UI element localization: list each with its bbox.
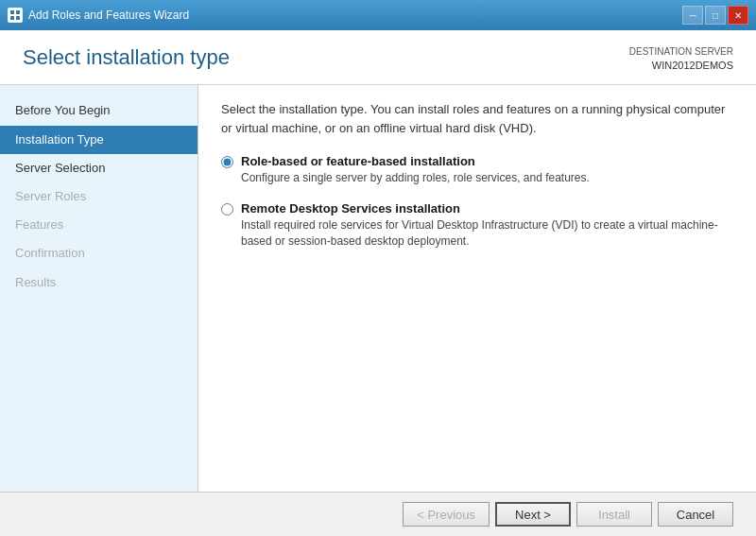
svg-rect-3 — [16, 16, 20, 20]
title-bar: Add Roles and Features Wizard ─ □ ✕ — [0, 0, 756, 30]
nav-item-server-roles: Server Roles — [0, 182, 198, 211]
description-text: Select the installation type. You can in… — [221, 100, 733, 137]
install-button[interactable]: Install — [576, 502, 652, 527]
radio-role-based-label[interactable]: Role-based or feature-based installation… — [241, 154, 590, 186]
option-role-based[interactable]: Role-based or feature-based installation… — [221, 154, 733, 186]
cancel-button[interactable]: Cancel — [658, 502, 733, 527]
wizard-header: Select installation type DESTINATION SER… — [0, 30, 756, 85]
wizard-content: Select the installation type. You can in… — [198, 85, 756, 492]
svg-rect-1 — [16, 10, 20, 14]
wizard-footer: < Previous Next > Install Cancel — [0, 492, 756, 536]
wizard: Select installation type DESTINATION SER… — [0, 30, 756, 536]
radio-remote-desktop-label[interactable]: Remote Desktop Services installation Ins… — [241, 201, 733, 250]
radio-remote-desktop-title: Remote Desktop Services installation — [241, 201, 733, 216]
nav-item-server-selection[interactable]: Server Selection — [0, 154, 198, 182]
installation-type-options: Role-based or feature-based installation… — [221, 154, 733, 249]
destination-server-info: DESTINATION SERVER WIN2012DEMOS — [629, 45, 733, 73]
destination-label: DESTINATION SERVER — [629, 45, 733, 59]
page-title: Select installation type — [23, 45, 230, 70]
radio-remote-desktop-desc: Install required role services for Virtu… — [241, 217, 733, 250]
nav-item-results: Results — [0, 268, 198, 297]
wizard-body: Before You Begin Installation Type Serve… — [0, 85, 756, 492]
nav-item-features: Features — [0, 211, 198, 239]
previous-button[interactable]: < Previous — [403, 502, 490, 527]
svg-rect-0 — [10, 10, 14, 14]
radio-role-based-title: Role-based or feature-based installation — [241, 154, 590, 168]
nav-item-installation-type[interactable]: Installation Type — [0, 126, 198, 154]
maximize-button[interactable]: □ — [705, 6, 726, 25]
close-button[interactable]: ✕ — [728, 6, 748, 25]
app-icon — [8, 8, 23, 23]
radio-role-based[interactable] — [221, 156, 233, 168]
window-controls: ─ □ ✕ — [682, 6, 748, 25]
server-name: WIN2012DEMOS — [629, 59, 733, 73]
minimize-button[interactable]: ─ — [682, 6, 703, 25]
radio-role-based-desc: Configure a single server by adding role… — [241, 170, 590, 186]
nav-item-confirmation: Confirmation — [0, 239, 198, 268]
option-remote-desktop[interactable]: Remote Desktop Services installation Ins… — [221, 201, 733, 250]
radio-remote-desktop[interactable] — [221, 203, 233, 216]
title-bar-left: Add Roles and Features Wizard — [8, 8, 189, 23]
svg-rect-2 — [10, 16, 14, 20]
next-button[interactable]: Next > — [495, 502, 571, 527]
nav-item-before-you-begin[interactable]: Before You Begin — [0, 96, 198, 125]
window-title: Add Roles and Features Wizard — [28, 9, 189, 22]
wizard-nav: Before You Begin Installation Type Serve… — [0, 85, 198, 492]
